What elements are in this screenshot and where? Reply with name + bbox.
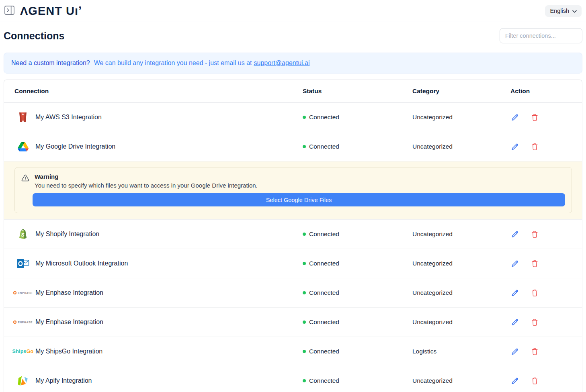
edit-button[interactable] <box>510 318 520 327</box>
shipsgo-logo: ShipsGo <box>14 349 31 354</box>
delete-button[interactable] <box>531 112 539 122</box>
custom-integration-banner: Need a custom integration? We can build … <box>4 53 582 74</box>
edit-button[interactable] <box>510 142 520 151</box>
top-bar: ΛGENT Uıʼ English <box>0 0 586 22</box>
status-label: Connected <box>309 348 339 355</box>
pencil-icon <box>511 348 519 355</box>
category-label: Uncategorized <box>412 289 510 296</box>
warning-card: Warning You need to specify which files … <box>14 167 572 213</box>
delete-button[interactable] <box>531 376 539 386</box>
row-aws-s3: My AWS S3 Integration Connected Uncatego… <box>4 103 582 132</box>
aws-s3-icon <box>14 112 31 123</box>
brand: ΛGENT Uıʼ <box>4 4 82 18</box>
connection-name: My Microsoft Outlook Integration <box>35 260 128 267</box>
status-dot <box>303 350 306 353</box>
page-title: Connections <box>4 30 64 42</box>
shopify-icon: S <box>14 228 31 240</box>
connection-name: My Enphase Integration <box>35 318 103 326</box>
row-enphase-2: ENPHASE My Enphase Integration Connected… <box>4 308 582 337</box>
warning-triangle-icon <box>21 173 29 189</box>
pencil-icon <box>511 143 519 151</box>
edit-button[interactable] <box>510 113 520 122</box>
trash-icon <box>531 289 538 297</box>
column-header-connection: Connection <box>14 88 303 95</box>
trash-icon <box>531 318 538 326</box>
trash-icon <box>531 377 538 385</box>
enphase-logo: ENPHASE <box>14 321 31 324</box>
delete-button[interactable] <box>531 317 539 327</box>
trash-icon <box>531 347 538 355</box>
pencil-icon <box>511 377 519 385</box>
warning-message: You need to specify which files you want… <box>35 182 258 189</box>
connection-name: My Apify Integration <box>35 377 92 384</box>
trash-icon <box>531 230 538 238</box>
delete-button[interactable] <box>531 142 539 151</box>
delete-button[interactable] <box>531 229 539 239</box>
filter-connections-input[interactable] <box>500 28 582 43</box>
enphase-wordmark: ENPHASE <box>18 321 33 324</box>
status-dot <box>303 116 306 119</box>
sidebar-toggle-button[interactable] <box>4 6 14 16</box>
category-label: Uncategorized <box>412 143 510 150</box>
row-google-drive: My Google Drive Integration Connected Un… <box>4 132 582 161</box>
app-logo: ΛGENT Uıʼ <box>20 4 82 18</box>
edit-button[interactable] <box>510 230 520 239</box>
status-dot <box>303 321 306 324</box>
connection-name: My AWS S3 Integration <box>35 114 102 121</box>
connection-name: My Google Drive Integration <box>35 143 115 150</box>
edit-button[interactable] <box>510 259 520 268</box>
status-dot <box>303 379 306 382</box>
pencil-icon <box>511 289 519 297</box>
language-label: English <box>550 8 569 14</box>
status-label: Connected <box>309 143 339 150</box>
category-label: Uncategorized <box>412 260 510 267</box>
language-selector[interactable]: English <box>545 5 582 17</box>
chevron-down-icon <box>572 8 577 14</box>
trash-icon <box>531 113 538 121</box>
status-label: Connected <box>309 318 339 326</box>
page-header: Connections <box>4 28 582 43</box>
enphase-ring-icon <box>13 321 16 324</box>
status-label: Connected <box>309 114 339 121</box>
edit-button[interactable] <box>510 347 520 356</box>
status-dot <box>303 145 306 148</box>
status-label: Connected <box>309 289 339 296</box>
category-label: Logistics <box>412 348 510 355</box>
category-label: Uncategorized <box>412 231 510 238</box>
enphase-logo: ENPHASE <box>14 291 31 294</box>
row-shipsgo: ShipsGo My ShipsGo Integration Connected… <box>4 337 582 366</box>
status-label: Connected <box>309 377 339 384</box>
select-google-drive-files-button[interactable]: Select Google Drive Files <box>33 193 565 206</box>
pencil-icon <box>511 231 519 238</box>
pencil-icon <box>511 260 519 267</box>
row-enphase-1: ENPHASE My Enphase Integration Connected… <box>4 278 582 308</box>
category-label: Uncategorized <box>412 377 510 384</box>
main-content: Connections Need a custom integration? W… <box>0 28 586 392</box>
connections-table: Connection Status Category Action My AWS… <box>4 80 582 392</box>
category-label: Uncategorized <box>412 318 510 326</box>
support-email-link[interactable]: support@agentui.ai <box>254 59 310 67</box>
column-header-status: Status <box>303 88 412 95</box>
delete-button[interactable] <box>531 259 539 268</box>
delete-button[interactable] <box>531 288 539 298</box>
category-label: Uncategorized <box>412 114 510 121</box>
pencil-icon <box>511 318 519 326</box>
column-header-category: Category <box>412 88 510 95</box>
sidebar-toggle-icon <box>4 6 14 16</box>
trash-icon <box>531 259 538 267</box>
row-apify: My Apify Integration Connected Uncategor… <box>4 366 582 392</box>
connection-name: My Shopify Integration <box>35 231 99 238</box>
edit-button[interactable] <box>510 288 520 298</box>
connection-name: My ShipsGo Integration <box>35 348 102 355</box>
status-label: Connected <box>309 260 339 267</box>
outlook-icon <box>14 258 31 269</box>
status-dot <box>303 291 306 294</box>
edit-button[interactable] <box>510 376 520 386</box>
google-drive-warning-section: Warning You need to specify which files … <box>4 161 582 220</box>
column-header-action: Action <box>510 88 582 95</box>
trash-icon <box>531 143 538 151</box>
banner-lead-text: Need a custom integration? <box>11 59 90 67</box>
enphase-ring-icon <box>13 291 16 294</box>
delete-button[interactable] <box>531 347 539 356</box>
table-header-row: Connection Status Category Action <box>4 80 582 103</box>
